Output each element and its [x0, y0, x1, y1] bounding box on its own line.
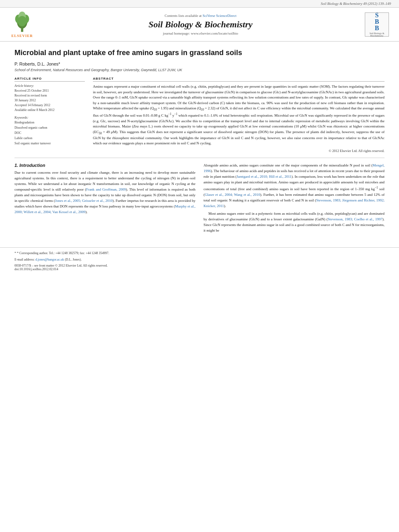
introduction-section: 1. Introduction Due to current concerns …: [14, 163, 385, 236]
abstract-col: ABSTRACT Amino sugars represent a major …: [93, 77, 385, 153]
article-info-abstract-section: ARTICLE INFO Article history: Received 2…: [14, 77, 385, 153]
article-info-col: ARTICLE INFO Article history: Received 2…: [14, 77, 85, 153]
intro-para-1: Due to current concerns over food securi…: [14, 170, 195, 215]
ref-geisseler: Geisseler et al., 2010: [82, 199, 113, 203]
copyright-line: © 2012 Elsevier Ltd. All rights reserved…: [93, 149, 385, 153]
keywords-list: Biodegradation Dissolved organic carbon …: [14, 120, 85, 146]
received-line: Received 25 October 2011: [14, 88, 85, 93]
article-main: Microbial and plant uptake of free amino…: [0, 42, 399, 242]
page: Soil Biology & Biochemistry 49 (2012) 13…: [0, 0, 399, 532]
article-history-group: Article history: Received 25 October 201…: [14, 84, 85, 113]
ref-jamtgard: Jamtgard et al., 2010;: [237, 175, 268, 179]
ref-hill: Hill et al., 2011: [269, 175, 292, 179]
authors: P. Roberts, D.L. Jones*: [14, 62, 385, 66]
ref-mengel: Mengel, 1996: [204, 163, 385, 173]
svg-point-5: [18, 16, 27, 27]
logo-letters: SBB: [375, 12, 379, 31]
article-info-label: ARTICLE INFO: [14, 77, 85, 82]
journal-homepage: journal homepage: www.elsevier.com/locat…: [40, 31, 361, 35]
revised-date: 30 January 2012: [14, 98, 85, 103]
keyword-3: DOC: [14, 131, 85, 136]
ref-stevenson-1983: Stevenson, 1983;: [316, 198, 341, 202]
keyword-5: Soil organic matter turnover: [14, 141, 85, 146]
article-title: Microbial and plant uptake of free amino…: [14, 48, 385, 58]
corresponding-author-text: * Corresponding author. Tel.: +44 1248 3…: [17, 251, 109, 255]
available-line: Available online 8 March 2012: [14, 108, 85, 113]
keyword-1: Biodegradation: [14, 120, 85, 125]
accepted-line: Accepted 14 February 2012: [14, 103, 85, 108]
history-label: Article history:: [14, 84, 85, 88]
elsevier-tree-icon: [12, 11, 32, 33]
article-footer: * * Corresponding author. Tel.: +44 1248…: [0, 247, 399, 271]
email-label: E-mail address:: [14, 258, 35, 261]
elsevier-text: ELSEVIER: [11, 34, 33, 38]
corresponding-author-note: * * Corresponding author. Tel.: +44 1248…: [14, 251, 385, 256]
logo-subtitle: Soil Biology & Biochemistry: [365, 32, 389, 37]
sciverse-line: Contents lists available at SciVerse Sci…: [40, 14, 361, 18]
ref-glaser: Glaser et al., 2004;: [205, 193, 233, 197]
ref-jorgensen: Jörgensen and Richter, 1992;: [342, 198, 385, 202]
intro-heading: 1. Introduction: [14, 163, 195, 168]
ref-vankessel: Van Kessel et al., 2009: [52, 210, 85, 214]
abstract-label: ABSTRACT: [93, 77, 385, 82]
header-section: ELSEVIER Contents lists available at Sci…: [0, 8, 399, 42]
ref-wang: Wang et al., 2010: [234, 193, 260, 197]
email-name: (D.L. Jones).: [65, 258, 82, 261]
elsevier-logo: ELSEVIER: [8, 11, 36, 38]
ref-knicker: Knicker, 2011: [204, 204, 224, 208]
keyword-4: Labile carbon: [14, 136, 85, 141]
sbb-logo-box: SBB Soil Biology & Biochemistry: [365, 12, 389, 37]
intro-para-3: Most amino sugars enter soil in a polyme…: [204, 211, 385, 234]
abstract-text: Amino sugars represent a major constitue…: [93, 84, 385, 146]
intro-right-col: Alongside amino acids, amino sugars cons…: [204, 163, 385, 236]
sciverse-prefix: Contents lists available at: [165, 14, 202, 18]
journal-logo-right: SBB Soil Biology & Biochemistry: [365, 12, 391, 37]
doi-line: doi:10.1016/j.soilbio.2012.02.014: [14, 267, 385, 271]
ref-jones-2005: Jones et al., 2005;: [55, 199, 81, 203]
received-date: Received 25 October 2011 Received in rev…: [14, 88, 85, 113]
ref-willett: Willett et al., 2004;: [24, 210, 51, 214]
email-line: E-mail address: d.jones@bangor.ac.uk (D.…: [14, 257, 385, 262]
intro-left-col: 1. Introduction Due to current concerns …: [14, 163, 195, 236]
of-total-text: of total: [219, 113, 230, 117]
journal-citation: Soil Biology & Biochemistry 49 (2012) 13…: [321, 2, 391, 6]
issn-line: 0038-0717/$ – see front matter © 2012 El…: [14, 264, 385, 267]
intro-para-2: Alongside amino acids, amino sugars cons…: [204, 163, 385, 209]
section-divider: [14, 158, 385, 158]
keywords-group: Keywords: Biodegradation Dissolved organ…: [14, 116, 85, 146]
journal-top-bar: Soil Biology & Biochemistry 49 (2012) 13…: [0, 0, 399, 8]
affiliation: School of Environment, Natural Resources…: [14, 68, 385, 72]
ref-frank: Frank and Groffman, 2009: [86, 187, 126, 191]
journal-title-header: Soil Biology & Biochemistry: [40, 19, 361, 30]
header-center: Contents lists available at SciVerse Sci…: [40, 14, 361, 35]
intro-body-right: Alongside amino acids, amino sugars cons…: [204, 163, 385, 234]
intro-body-left: Due to current concerns over food securi…: [14, 170, 195, 215]
keywords-label: Keywords:: [14, 116, 85, 119]
ref-stevenson-1983b: Stevenson, 1983;: [328, 217, 353, 221]
keyword-2: Dissolved organic carbon: [14, 125, 85, 131]
revised-label: Received in revised form: [14, 93, 85, 98]
sciverse-link[interactable]: SciVerse ScienceDirect: [203, 14, 237, 18]
ref-coelho: Coelho et al., 1997: [354, 217, 382, 221]
email-link[interactable]: d.jones@bangor.ac.uk: [35, 258, 64, 261]
